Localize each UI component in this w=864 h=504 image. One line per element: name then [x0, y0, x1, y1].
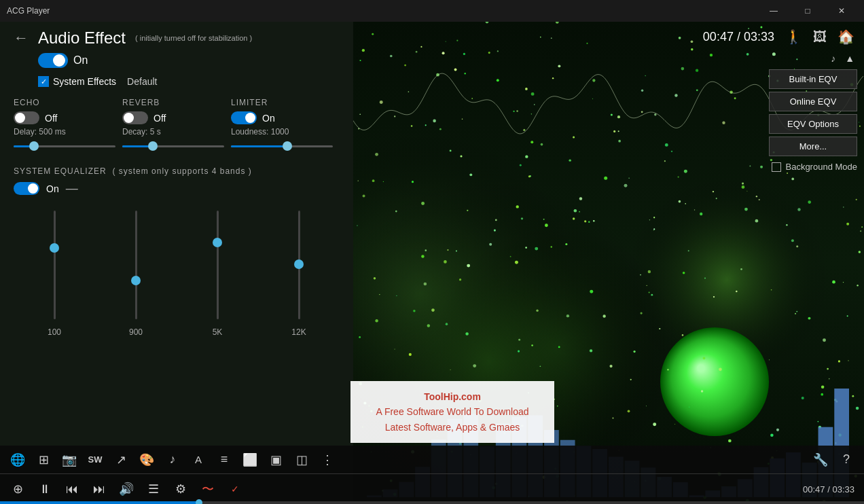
audio-effect-toggle-label: On	[73, 54, 88, 67]
square-icon[interactable]: ⬜	[239, 449, 261, 471]
home-icon[interactable]: 🏠	[835, 27, 857, 46]
eq-band-100-thumb[interactable]	[50, 243, 59, 253]
echo-state: Off	[45, 113, 57, 124]
time-separator: /	[737, 30, 740, 43]
echo-slider[interactable]	[14, 139, 115, 153]
eq-toggle-label: On	[46, 183, 59, 194]
minimize-button[interactable]: —	[758, 0, 789, 22]
checkbox-icon: ✓	[38, 76, 49, 87]
time-display: 00:47 / 03:33	[703, 30, 774, 44]
progress-thumb[interactable]	[196, 499, 202, 504]
wrench-icon[interactable]: 🔧	[810, 449, 831, 471]
bottom-toolbar-bottom: ⊕ ⏸ ⏮ ⏭ 🔊 ☰ ⚙ 〜 ✓ 00:47 / 03:33	[0, 474, 864, 504]
eq-band-100-label: 100	[48, 327, 61, 337]
playlist-button[interactable]: ☰	[143, 478, 164, 500]
reverb-state: Off	[154, 113, 166, 124]
titlebar: ACG Player — □ ✕	[0, 0, 864, 22]
eq-band-100-track[interactable]	[54, 211, 56, 319]
eq-header: SYSTEM EQUALIZER ( system only supports …	[14, 166, 340, 176]
effects-row: ECHO Off Delay: 500 ms REVERB	[14, 98, 340, 160]
stabilization-note: ( initially turned off for stabilization…	[135, 34, 252, 42]
add-icon[interactable]: ⊕	[7, 478, 29, 500]
panel-title: Audio Effect	[38, 29, 126, 48]
bottom-toolbar-top: 🌐 ⊞ 📷 SW ↗ 🎨 ♪ A ≡ ⬜ ▣ ◫ ⋮ 🔧 ?	[0, 446, 864, 474]
chevron-up-icon[interactable]: ▲	[842, 52, 857, 65]
pip-icon[interactable]: ◫	[291, 449, 312, 471]
echo-param: Delay: 500 ms	[14, 127, 115, 137]
globe-icon[interactable]: 🌐	[7, 449, 29, 471]
reverb-toggle[interactable]	[122, 111, 148, 124]
built-in-eqv-button[interactable]: Built-in EQV	[769, 69, 857, 89]
bg-mode-row: Background Mode	[772, 162, 857, 172]
top-right-controls: 00:47 / 03:33 🚶 🖼 🏠 ♪ ▲ Built-in EQV Onl…	[703, 27, 857, 172]
system-effects-checkbox[interactable]: ✓ System Effects	[38, 76, 116, 87]
reverb-param: Decay: 5 s	[122, 127, 224, 137]
limiter-param: Loudness: 1000	[231, 127, 333, 137]
system-effects-row: ✓ System Effects Default	[38, 76, 340, 87]
play-pause-button[interactable]: ⏸	[34, 478, 56, 500]
help-icon[interactable]: ?	[835, 449, 857, 471]
playlist-icon[interactable]: ≡	[213, 449, 235, 471]
audio-effect-toggle[interactable]	[38, 53, 68, 68]
maximize-button[interactable]: □	[792, 0, 823, 22]
next-button[interactable]: ⏭	[88, 478, 110, 500]
limiter-slider[interactable]	[231, 139, 333, 153]
reverb-block: REVERB Off Decay: 5 s	[122, 98, 231, 160]
echo-toggle[interactable]	[14, 111, 39, 124]
watermark-line3: Latest Software, Apps & Gmaes	[364, 420, 541, 435]
camera-icon[interactable]: 📷	[58, 449, 80, 471]
person-icon[interactable]: 🚶	[782, 27, 805, 46]
palette-icon[interactable]: 🎨	[136, 449, 158, 471]
eq-band-900-thumb[interactable]	[131, 276, 141, 285]
check-icon[interactable]: ✓	[224, 478, 246, 500]
eq-minus-button[interactable]: —	[66, 181, 78, 196]
eq-bands: 100 900 5K	[14, 204, 340, 353]
eqv-buttons: Built-in EQV Online EQV EQV Options More…	[769, 69, 857, 172]
more-button[interactable]: More...	[769, 137, 857, 156]
bottom-time: 00:47 / 03:33	[803, 484, 854, 494]
eq-wave-icon[interactable]: 〜	[197, 478, 219, 500]
close-button[interactable]: ✕	[826, 0, 857, 22]
eq-band-12k-track[interactable]	[298, 211, 300, 319]
time-total: 03:33	[744, 30, 774, 43]
eq-band-12k-thumb[interactable]	[294, 259, 304, 269]
reverb-slider[interactable]	[122, 139, 224, 153]
limiter-state: On	[262, 113, 275, 124]
volume-button[interactable]: 🔊	[115, 478, 137, 500]
back-button[interactable]: ←	[14, 29, 29, 47]
bottom-bar: 🌐 ⊞ 📷 SW ↗ 🎨 ♪ A ≡ ⬜ ▣ ◫ ⋮ 🔧 ? ⊕ ⏸ ⏮ ⏭ 🔊…	[0, 446, 864, 504]
image-icon[interactable]: 🖼	[810, 28, 829, 46]
default-button[interactable]: Default	[127, 76, 157, 87]
limiter-toggle[interactable]	[231, 111, 257, 124]
eq-header-row: On —	[14, 181, 340, 196]
eq-band-5k: 5K	[177, 204, 258, 337]
grid-icon[interactable]: ⊞	[33, 449, 54, 471]
bg-mode-checkbox[interactable]	[772, 162, 781, 172]
music-note-icon[interactable]: ♪	[828, 52, 838, 65]
eq-band-5k-thumb[interactable]	[213, 238, 222, 247]
music-icon[interactable]: ♪	[162, 449, 183, 471]
eq-band-900-track[interactable]	[135, 211, 137, 319]
settings-button[interactable]: ⚙	[170, 478, 192, 500]
expand-icon[interactable]: ↗	[110, 449, 132, 471]
text-icon[interactable]: A	[187, 449, 209, 471]
watermark-popup: ToolHip.com A Free Software World To Dow…	[350, 381, 554, 443]
more-vert-icon[interactable]: ⋮	[317, 449, 338, 471]
eq-band-5k-label: 5K	[213, 327, 223, 337]
eq-toggle[interactable]	[14, 182, 39, 195]
progress-bar[interactable]	[0, 501, 864, 504]
online-eqv-button[interactable]: Online EQV	[769, 92, 857, 111]
watermark-line2: A Free Software World To Download	[364, 404, 541, 419]
sw-icon[interactable]: SW	[84, 449, 106, 471]
top-right-icons: 00:47 / 03:33 🚶 🖼 🏠	[703, 27, 857, 46]
system-effects-label: System Effects	[53, 76, 116, 87]
eq-section: SYSTEM EQUALIZER ( system only supports …	[14, 166, 340, 353]
watermark-line1: ToolHip.com	[364, 389, 541, 404]
window-icon[interactable]: ▣	[265, 449, 287, 471]
eq-title: SYSTEM EQUALIZER	[14, 166, 107, 176]
eqv-options-button[interactable]: EQV Options	[769, 114, 857, 134]
prev-button[interactable]: ⏮	[61, 478, 83, 500]
eq-band-12k: 12K	[258, 204, 340, 337]
eq-band-5k-track[interactable]	[217, 211, 219, 319]
eq-band-100: 100	[14, 204, 95, 337]
